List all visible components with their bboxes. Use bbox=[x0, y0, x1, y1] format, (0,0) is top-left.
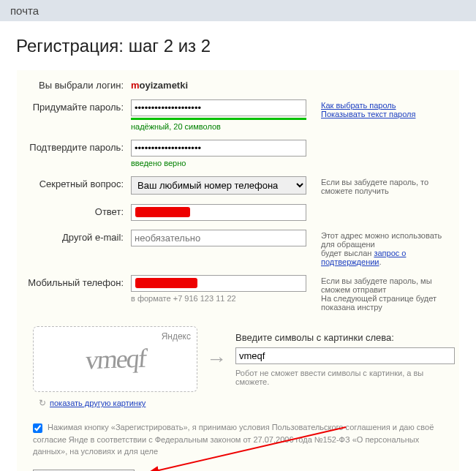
page-title: Регистрация: шаг 2 из 2 bbox=[16, 36, 460, 56]
phone-side-2: На следующей странице будет показана инс… bbox=[321, 294, 437, 312]
email-row: Другой e-mail: Этот адрес можно использо… bbox=[17, 230, 459, 266]
confirm-hint: введено верно bbox=[131, 159, 314, 167]
answer-row: Ответ: bbox=[17, 204, 459, 221]
question-label: Секретный вопрос: bbox=[21, 176, 131, 189]
content: Регистрация: шаг 2 из 2 Вы выбрали логин… bbox=[0, 21, 476, 471]
password-row: Придумайте пароль: надёжный, 20 символов… bbox=[17, 99, 459, 131]
answer-label: Ответ: bbox=[21, 204, 131, 217]
registration-form: Вы выбрали логин: moyizametki Придумайте… bbox=[16, 69, 460, 471]
email-input[interactable] bbox=[131, 230, 306, 246]
captcha-refresh-link[interactable]: показать другую картинку bbox=[50, 399, 146, 407]
confirm-label: Подтвердите пароль: bbox=[21, 140, 131, 153]
phone-row: Мобильный телефон: в формате +7 916 123 … bbox=[17, 275, 459, 312]
topbar-label: почта bbox=[10, 4, 39, 17]
login-label: Вы выбрали логин: bbox=[21, 78, 131, 91]
answer-redacted bbox=[135, 207, 190, 217]
login-value: moyizametki bbox=[131, 78, 314, 91]
arrow-right-icon: → bbox=[206, 347, 227, 371]
email-side-1: Этот адрес можно использовать для обраще… bbox=[321, 231, 442, 249]
question-row: Секретный вопрос: Ваш любимый номер теле… bbox=[17, 176, 459, 195]
password-input[interactable] bbox=[131, 99, 306, 116]
captcha-brand: Яндекс bbox=[162, 331, 191, 342]
submit-row: Зарегистрировать bbox=[17, 458, 459, 472]
captcha-image: Яндекс vmeqf bbox=[33, 326, 197, 392]
captcha-input[interactable] bbox=[235, 347, 455, 364]
phone-redacted bbox=[135, 278, 197, 288]
agreement-row: Нажимая кнопку «Зарегистрировать», я при… bbox=[17, 415, 459, 458]
email-label: Другой e-mail: bbox=[21, 230, 131, 243]
captcha-block: Яндекс vmeqf → Введите символы с картинк… bbox=[17, 320, 459, 395]
question-select[interactable]: Ваш любимый номер телефона bbox=[131, 176, 306, 195]
captcha-refresh[interactable]: ↻ показать другую картинку bbox=[17, 398, 459, 408]
phone-label: Мобильный телефон: bbox=[21, 275, 131, 288]
login-row: Вы выбрали логин: moyizametki bbox=[17, 78, 459, 91]
password-label: Придумайте пароль: bbox=[21, 99, 131, 113]
phone-hint: в формате +7 916 123 11 22 bbox=[131, 294, 314, 303]
top-bar: почта bbox=[0, 0, 476, 21]
confirm-input[interactable] bbox=[131, 140, 306, 157]
question-side: Если вы забудете пароль, то сможете полу… bbox=[314, 176, 455, 195]
captcha-label: Введите символы с картинки слева: bbox=[235, 332, 455, 343]
password-strength-bar bbox=[131, 118, 306, 120]
phone-side-1: Если вы забудете пароль, мы сможем отпра… bbox=[321, 276, 432, 294]
password-hint: надёжный, 20 символов bbox=[131, 122, 314, 131]
agreement-text: Нажимая кнопку «Зарегистрировать», я при… bbox=[33, 423, 434, 456]
email-side-2a: будет выслан bbox=[321, 249, 374, 257]
how-choose-password-link[interactable]: Как выбрать пароль bbox=[321, 101, 396, 110]
show-password-link[interactable]: Показывать текст пароля bbox=[321, 110, 415, 118]
agreement-checkbox[interactable] bbox=[33, 423, 42, 433]
captcha-robot-text: Робот не сможет ввести символы с картинк… bbox=[235, 369, 455, 386]
confirm-row: Подтвердите пароль: введено верно bbox=[17, 140, 459, 167]
refresh-icon: ↻ bbox=[39, 398, 46, 408]
